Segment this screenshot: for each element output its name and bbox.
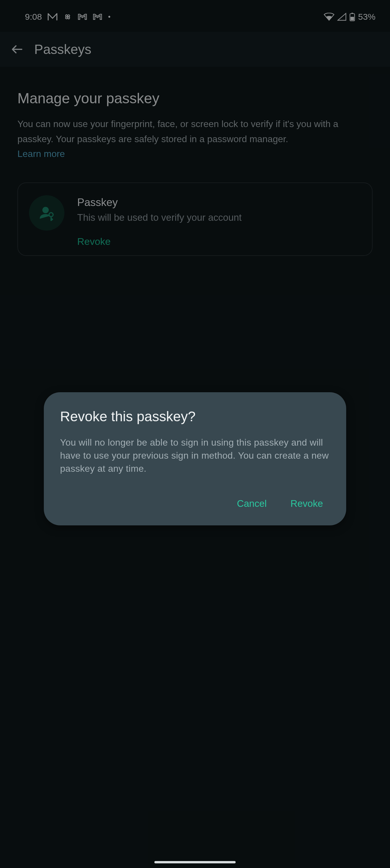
dialog-actions: Cancel Revoke: [60, 492, 330, 515]
dialog-body: You will no longer be able to sign in us…: [60, 436, 330, 475]
revoke-dialog: Revoke this passkey? You will no longer …: [44, 392, 346, 525]
dialog-title: Revoke this passkey?: [60, 408, 330, 425]
revoke-button[interactable]: Revoke: [289, 492, 325, 515]
cancel-button[interactable]: Cancel: [235, 492, 268, 515]
gesture-nav-bar[interactable]: [154, 861, 236, 863]
